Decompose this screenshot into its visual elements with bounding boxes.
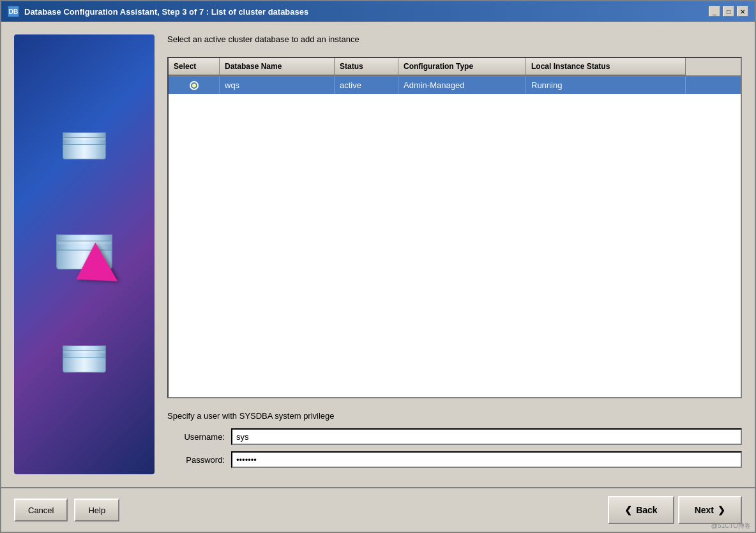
table-empty-area xyxy=(169,94,741,336)
col-local-instance-status: Local Instance Status xyxy=(526,58,686,75)
bottom-bar: Cancel Help ❮ Back Next ❯ xyxy=(1,487,755,532)
db-image-area xyxy=(27,95,142,414)
next-label: Next xyxy=(695,505,714,515)
bottom-cylinder xyxy=(63,341,106,380)
title-bar-left: DB Database Configuration Assistant, Ste… xyxy=(8,6,308,17)
window-title: Database Configuration Assistant, Step 3… xyxy=(24,7,308,17)
cancel-button[interactable]: Cancel xyxy=(14,499,68,522)
col-select: Select xyxy=(169,58,220,75)
col-database-name: Database Name xyxy=(220,58,335,75)
window-controls: _ □ ✕ xyxy=(709,6,748,17)
help-button[interactable]: Help xyxy=(74,499,119,522)
db-illustration xyxy=(14,34,155,474)
main-window: DB Database Configuration Assistant, Ste… xyxy=(0,0,756,533)
credentials-title: Specify a user with SYSDBA system privil… xyxy=(167,411,742,421)
cell-status: active xyxy=(335,77,398,94)
radio-selected-dot xyxy=(192,84,196,87)
cell-config-type: Admin-Managed xyxy=(398,77,526,94)
cell-database-name: wqs xyxy=(220,77,335,94)
table-body: wqs active Admin-Managed Running xyxy=(169,77,741,395)
top-cylinder xyxy=(63,128,106,168)
cylinder-bottom xyxy=(63,345,106,378)
username-input[interactable] xyxy=(231,428,742,445)
col-config-type: Configuration Type xyxy=(398,58,526,75)
username-row: Username: xyxy=(167,428,742,445)
maximize-button[interactable]: □ xyxy=(723,6,734,17)
instruction-text: Select an active cluster database to add… xyxy=(167,34,742,44)
cell-select[interactable] xyxy=(169,77,220,94)
back-label: Back xyxy=(636,505,657,515)
username-label: Username: xyxy=(167,432,231,442)
title-bar: DB Database Configuration Assistant, Ste… xyxy=(1,1,755,22)
table-header: Select Database Name Status Configuratio… xyxy=(169,58,741,77)
app-icon: DB xyxy=(8,6,19,17)
password-input[interactable] xyxy=(231,451,742,468)
bottom-right-buttons: ❮ Back Next ❯ xyxy=(608,496,742,524)
pink-arrow-overlay xyxy=(74,248,109,293)
next-arrow-icon: ❯ xyxy=(718,505,725,515)
bottom-left-buttons: Cancel Help xyxy=(14,499,119,522)
cell-local-instance-status: Running xyxy=(526,77,686,94)
password-label: Password: xyxy=(167,455,231,465)
back-button[interactable]: ❮ Back xyxy=(608,496,674,524)
back-arrow-icon: ❮ xyxy=(624,505,632,515)
table-row[interactable]: wqs active Admin-Managed Running xyxy=(169,77,741,94)
left-panel xyxy=(14,34,155,474)
database-table: Select Database Name Status Configuratio… xyxy=(167,57,742,398)
password-row: Password: xyxy=(167,451,742,468)
next-button[interactable]: Next ❯ xyxy=(678,496,742,524)
credentials-section: Specify a user with SYSDBA system privil… xyxy=(167,411,742,474)
minimize-button[interactable]: _ xyxy=(709,6,720,17)
watermark: @51CTO博客 xyxy=(711,522,751,530)
main-content: Select an active cluster database to add… xyxy=(1,22,755,487)
col-status: Status xyxy=(335,58,398,75)
close-button[interactable]: ✕ xyxy=(737,6,748,17)
radio-button[interactable] xyxy=(190,81,199,90)
right-panel: Select an active cluster database to add… xyxy=(167,34,742,474)
cylinder-top xyxy=(63,133,106,165)
